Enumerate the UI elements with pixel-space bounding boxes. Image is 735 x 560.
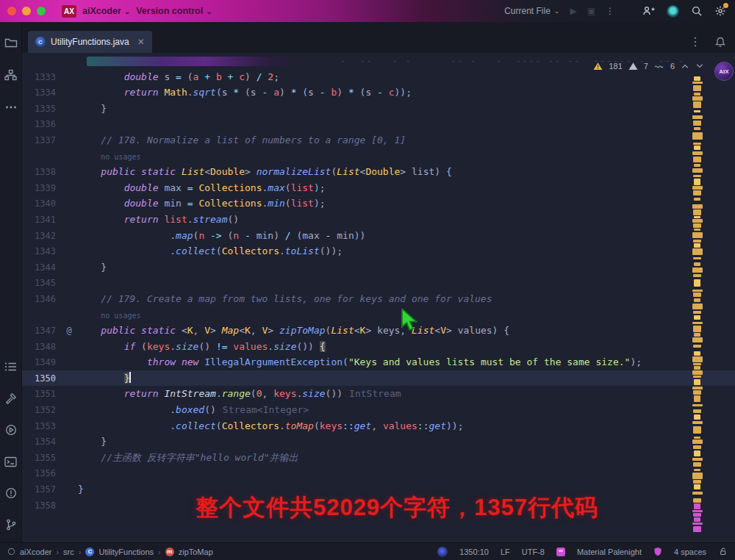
avatar[interactable] xyxy=(667,5,679,18)
stripe-mark[interactable] xyxy=(692,421,703,424)
caret-position[interactable]: 1350:10 xyxy=(459,548,489,556)
stripe-mark[interactable] xyxy=(693,513,702,517)
stripe-mark[interactable] xyxy=(694,315,700,320)
stripe-mark[interactable] xyxy=(693,376,702,378)
line-number[interactable]: 1335 xyxy=(22,101,60,118)
project-menu[interactable]: aiXcoder ⌄ xyxy=(82,6,130,16)
line-number[interactable]: 1357 xyxy=(22,482,60,498)
line-number[interactable]: 1341 xyxy=(22,212,60,229)
line-number[interactable]: 1347 xyxy=(22,323,60,340)
stripe-mark[interactable] xyxy=(694,333,700,337)
line-number[interactable]: 1333 xyxy=(22,70,60,86)
stripe-mark[interactable] xyxy=(693,526,702,532)
stripe-mark[interactable] xyxy=(694,298,700,302)
close-tab-icon[interactable]: ✕ xyxy=(137,37,145,47)
stripe-mark[interactable] xyxy=(692,370,703,375)
stripe-mark[interactable] xyxy=(694,110,700,112)
sidebar-item-git[interactable] xyxy=(3,517,19,532)
stripe-mark[interactable] xyxy=(693,175,702,177)
stripe-mark[interactable] xyxy=(692,387,703,390)
stripe-mark[interactable] xyxy=(692,151,703,155)
sidebar-item-services[interactable] xyxy=(3,423,19,437)
stripe-mark[interactable] xyxy=(693,121,702,126)
inspection-widget[interactable]: 181 7 6 xyxy=(593,62,704,71)
line-number[interactable]: 1339 xyxy=(22,181,60,197)
close-window-button[interactable] xyxy=(7,7,16,15)
stripe-mark[interactable] xyxy=(693,223,702,228)
stripe-mark[interactable] xyxy=(693,157,702,162)
stripe-mark[interactable] xyxy=(693,240,702,243)
breadcrumb-src[interactable]: src xyxy=(63,548,74,556)
stripe-mark[interactable] xyxy=(693,409,702,413)
breadcrumb-method[interactable]: zipToMap xyxy=(179,548,213,556)
run-button[interactable]: ▶ xyxy=(570,6,576,16)
line-number[interactable]: 1343 xyxy=(22,244,60,260)
sidebar-item-terminal[interactable] xyxy=(3,454,19,469)
stripe-mark[interactable] xyxy=(694,198,700,201)
line-number[interactable]: 1348 xyxy=(22,340,60,356)
stripe-mark[interactable] xyxy=(692,304,703,309)
line-number[interactable]: 1350 xyxy=(22,371,60,387)
aix-status-icon[interactable] xyxy=(437,547,448,557)
stripe-mark[interactable] xyxy=(692,356,703,362)
line-number[interactable]: 1349 xyxy=(22,355,60,371)
prev-problem-chevron-icon[interactable] xyxy=(681,62,689,70)
debug-button[interactable]: ▣ xyxy=(587,6,595,16)
error-stripe[interactable] xyxy=(692,76,703,536)
line-number[interactable]: 1336 xyxy=(22,117,60,133)
annotation-gutter-icon[interactable]: @ xyxy=(60,323,78,340)
zoom-window-button[interactable] xyxy=(37,7,46,15)
add-user-icon[interactable] xyxy=(642,5,655,17)
stripe-mark[interactable] xyxy=(693,390,702,395)
stripe-mark[interactable] xyxy=(693,85,702,91)
stripe-mark[interactable] xyxy=(692,168,703,173)
stripe-mark[interactable] xyxy=(693,345,702,348)
stripe-mark[interactable] xyxy=(694,503,700,509)
stripe-mark[interactable] xyxy=(692,132,703,140)
run-configuration-select[interactable]: Current File ⌄ xyxy=(504,6,559,16)
theme-name[interactable]: Material Palenight xyxy=(577,548,642,556)
stripe-mark[interactable] xyxy=(694,179,700,185)
stripe-mark[interactable] xyxy=(692,523,703,525)
tab-utilityfunctions[interactable]: C UtilityFunctions.java ✕ xyxy=(28,31,152,53)
line-number[interactable]: 1354 xyxy=(22,434,60,450)
line-number[interactable]: 1344 xyxy=(22,260,60,276)
stripe-mark[interactable] xyxy=(694,76,700,81)
line-number[interactable]: 1352 xyxy=(22,403,60,419)
stripe-mark[interactable] xyxy=(694,351,700,356)
line-number[interactable]: 1334 xyxy=(22,85,60,101)
stripe-mark[interactable] xyxy=(693,426,702,434)
stripe-mark[interactable] xyxy=(693,274,702,277)
minimize-window-button[interactable] xyxy=(22,7,31,15)
stripe-mark[interactable] xyxy=(692,322,703,324)
stripe-mark[interactable] xyxy=(692,510,703,512)
stripe-mark[interactable] xyxy=(694,484,700,489)
stripe-mark[interactable] xyxy=(692,473,703,479)
stripe-mark[interactable] xyxy=(694,395,700,402)
stripe-mark[interactable] xyxy=(692,439,703,444)
stripe-mark[interactable] xyxy=(694,127,700,130)
stripe-mark[interactable] xyxy=(693,498,702,503)
stripe-mark[interactable] xyxy=(694,146,700,150)
line-number[interactable]: 1358 xyxy=(22,498,60,514)
shield-icon[interactable] xyxy=(653,547,662,556)
stripe-mark[interactable] xyxy=(692,337,703,342)
sidebar-item-build[interactable] xyxy=(3,391,19,406)
stripe-mark[interactable] xyxy=(692,186,703,190)
search-icon[interactable] xyxy=(691,5,703,17)
usages-hint[interactable]: no usages xyxy=(101,153,140,161)
sidebar-item-project[interactable] xyxy=(3,35,19,50)
code-editor[interactable]: - -- - - -- - - ---- -- -- ------ - -- -… xyxy=(22,53,735,542)
stripe-mark[interactable] xyxy=(692,96,703,101)
stripe-mark[interactable] xyxy=(692,248,703,255)
stripe-mark[interactable] xyxy=(693,143,702,145)
stripe-mark[interactable] xyxy=(693,190,702,195)
stripe-mark[interactable] xyxy=(694,366,700,370)
stripe-mark[interactable] xyxy=(693,209,702,215)
stripe-mark[interactable] xyxy=(692,115,703,119)
sidebar-item-structure[interactable] xyxy=(3,68,19,82)
stripe-mark[interactable] xyxy=(692,82,703,84)
stripe-mark[interactable] xyxy=(694,216,700,218)
sidebar-item-problems[interactable] xyxy=(3,486,19,500)
settings-button[interactable] xyxy=(714,5,726,17)
